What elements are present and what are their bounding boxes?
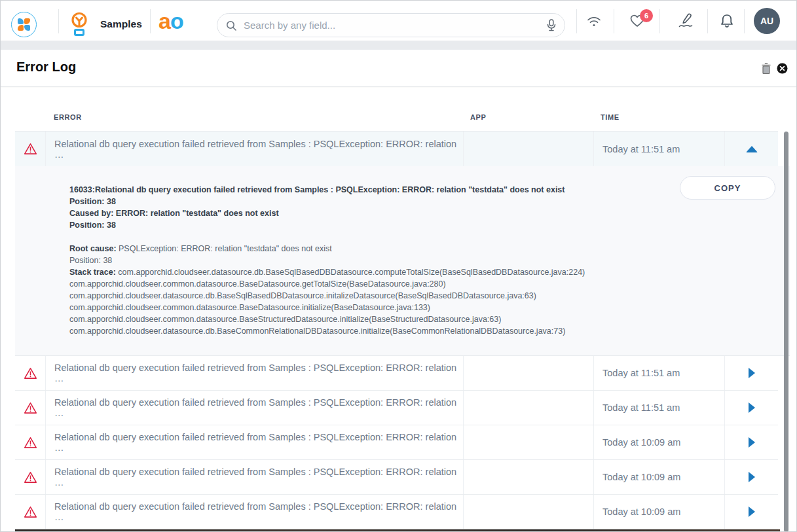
- detail-summary-line: Caused by: ERROR: relation "testdata" do…: [69, 207, 633, 219]
- table-row[interactable]: Relational db query execution failed ret…: [15, 391, 778, 425]
- wifi-button[interactable]: [582, 1, 606, 41]
- error-message: Relational db query execution failed ret…: [45, 132, 463, 166]
- page-title: Error Log: [16, 60, 76, 75]
- app-cell: [463, 460, 593, 494]
- time-cell: Today at 11:51 am: [593, 132, 724, 166]
- vertical-scrollbar[interactable]: [784, 132, 788, 532]
- collapse-row-button[interactable]: [724, 132, 778, 166]
- warning-icon: [15, 391, 45, 425]
- stack-trace-line: Stack trace: com.apporchid.cloudseer.dat…: [69, 266, 633, 278]
- apporchid-logo[interactable]: ao: [158, 9, 183, 33]
- detail-summary-line: Position: 38: [69, 219, 633, 231]
- bell-icon: [720, 13, 734, 29]
- app-cell: [463, 391, 593, 425]
- stack-trace-line: com.apporchid.cloudseer.common.datasourc…: [69, 278, 633, 290]
- trash-icon: [761, 63, 771, 75]
- app-cell: [463, 495, 593, 529]
- error-log-header: Error Log: [1, 50, 796, 87]
- error-message: Relational db query execution failed ret…: [45, 356, 463, 390]
- time-cell: Today at 10:09 am: [593, 495, 724, 529]
- table-header: ERROR APP TIME: [15, 87, 778, 132]
- error-detail-panel: 16033:Relational db query execution fail…: [15, 166, 790, 356]
- detail-summary-line: 16033:Relational db query execution fail…: [69, 184, 633, 196]
- chevron-up-icon: [746, 146, 758, 152]
- divider: [659, 9, 660, 33]
- lightbulb-icon[interactable]: [68, 11, 90, 37]
- app-cell: [463, 132, 593, 166]
- page-background-strip: [1, 41, 796, 50]
- stack-trace-line: com.apporchid.cloudseer.common.datasourc…: [69, 302, 633, 313]
- table-row[interactable]: Relational db query execution failed ret…: [15, 132, 778, 166]
- chevron-right-icon: [749, 402, 755, 413]
- column-header-time: TIME: [601, 113, 620, 121]
- time-cell: Today at 11:51 am: [593, 391, 724, 425]
- expand-row-button[interactable]: [724, 356, 778, 390]
- chevron-right-icon: [749, 472, 755, 482]
- app-window: Samples ao 6: [0, 0, 797, 532]
- stack-trace-line: com.apporchid.cloudseer.datasource.db.Ba…: [69, 290, 633, 302]
- close-icon: [777, 63, 788, 74]
- partial-next-row: [15, 529, 780, 532]
- divider: [150, 9, 151, 33]
- search-input[interactable]: [244, 20, 546, 31]
- expand-row-button[interactable]: [724, 460, 778, 494]
- error-table-body: Relational db query execution failed ret…: [15, 132, 790, 529]
- search-bar: [217, 13, 565, 37]
- notifications-button[interactable]: [716, 1, 738, 41]
- app-launcher-button[interactable]: [11, 12, 37, 37]
- divider: [614, 9, 614, 33]
- warning-icon: [15, 132, 45, 166]
- warning-icon: [15, 356, 45, 390]
- column-header-app: APP: [470, 113, 486, 121]
- warning-icon: [15, 495, 45, 529]
- error-message: Relational db query execution failed ret…: [45, 425, 463, 459]
- table-row[interactable]: Relational db query execution failed ret…: [15, 460, 778, 495]
- divider: [58, 9, 59, 33]
- chevron-right-icon: [749, 437, 755, 448]
- divider: [576, 9, 577, 33]
- app-cell: [463, 356, 593, 390]
- wifi-icon: [585, 14, 602, 28]
- error-message: Relational db query execution failed ret…: [45, 391, 463, 425]
- close-panel-button[interactable]: [777, 50, 788, 87]
- expand-row-button[interactable]: [724, 425, 778, 459]
- signature-pen-icon: [677, 12, 694, 29]
- app-cell: [463, 425, 593, 459]
- table-row[interactable]: Relational db query execution failed ret…: [15, 425, 778, 460]
- column-header-error: ERROR: [54, 113, 82, 121]
- expand-row-button[interactable]: [724, 391, 778, 425]
- user-avatar[interactable]: AU: [754, 8, 780, 34]
- signature-button[interactable]: [674, 1, 697, 41]
- search-icon: [225, 20, 237, 31]
- pinwheel-icon: [18, 18, 30, 31]
- microphone-icon[interactable]: [546, 19, 557, 32]
- stack-trace-line: com.apporchid.cloudseer.common.datasourc…: [69, 313, 633, 325]
- warning-icon: [15, 425, 45, 459]
- chevron-right-icon: [749, 368, 755, 378]
- table-row[interactable]: Relational db query execution failed ret…: [15, 495, 778, 529]
- time-cell: Today at 10:09 am: [593, 460, 724, 494]
- stack-trace-line: com.apporchid.cloudseer.datasource.db.Ba…: [69, 325, 633, 337]
- error-message: Relational db query execution failed ret…: [45, 495, 463, 529]
- error-message: Relational db query execution failed ret…: [45, 460, 463, 494]
- expand-row-button[interactable]: [724, 495, 778, 529]
- workspace-label: Samples: [100, 18, 142, 30]
- table-row[interactable]: Relational db query execution failed ret…: [15, 356, 778, 391]
- root-cause-line: Root cause: PSQLException: ERROR: relati…: [69, 243, 633, 255]
- copy-button[interactable]: COPY: [680, 176, 775, 200]
- time-cell: Today at 10:09 am: [593, 425, 724, 459]
- warning-icon: [15, 460, 45, 494]
- time-cell: Today at 11:51 am: [593, 356, 724, 390]
- chevron-right-icon: [749, 506, 755, 517]
- divider: [744, 9, 745, 33]
- favorites-count-badge: 6: [640, 9, 653, 22]
- detail-summary-line: Position: 38: [69, 196, 633, 207]
- topbar: Samples ao 6: [1, 1, 796, 41]
- divider: [707, 9, 708, 33]
- position-line: Position: 38: [69, 255, 633, 266]
- favorites-button[interactable]: 6: [624, 1, 650, 41]
- clear-log-button[interactable]: [761, 50, 771, 87]
